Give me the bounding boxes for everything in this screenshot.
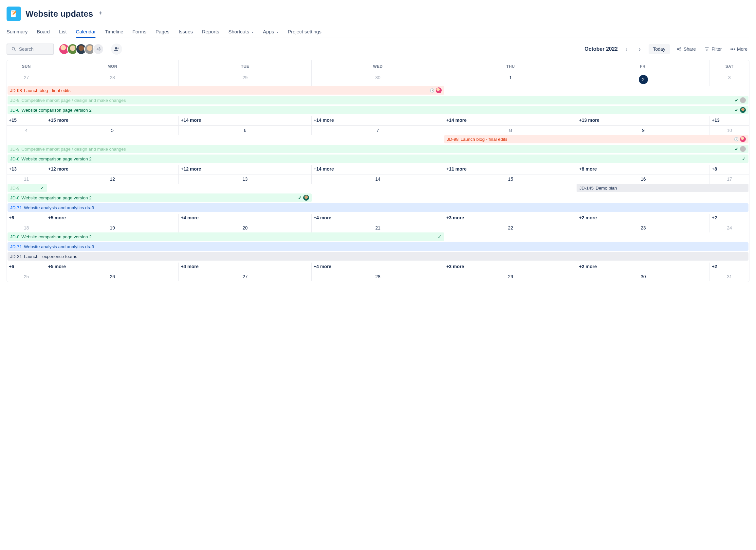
tab-pages[interactable]: Pages — [156, 27, 170, 38]
calendar-event[interactable]: JD-31Launch - experience teams — [8, 252, 748, 261]
tab-forms[interactable]: Forms — [133, 27, 147, 38]
date-cell[interactable]: 14 — [312, 174, 444, 184]
calendar-event[interactable]: JD-8Website comparison page version 2✓ — [8, 155, 748, 163]
more-events-link[interactable]: +14 more — [444, 116, 577, 125]
date-cell[interactable]: 24 — [710, 223, 749, 232]
date-cell[interactable]: 18 — [7, 223, 46, 232]
more-events-link[interactable]: +14 more — [312, 165, 444, 174]
calendar-event[interactable]: JD-9Competitive market page / design and… — [8, 145, 748, 153]
filter-button[interactable]: Filter — [702, 45, 724, 53]
more-events-link[interactable]: +8 more — [577, 165, 710, 174]
calendar-event[interactable]: JD-8Website comparison page version 2✓ — [8, 106, 748, 114]
more-events-link[interactable]: +15 — [7, 116, 46, 125]
date-cell[interactable]: 29 — [444, 272, 577, 281]
date-cell[interactable]: 17 — [710, 174, 749, 184]
date-cell[interactable]: 25 — [7, 272, 46, 281]
more-events-link[interactable]: +2 more — [577, 263, 710, 272]
tab-timeline[interactable]: Timeline — [105, 27, 123, 38]
more-events-link[interactable]: +12 more — [46, 165, 179, 174]
more-events-link[interactable]: +2 — [710, 214, 749, 223]
date-cell[interactable]: 5 — [46, 126, 179, 135]
share-button[interactable]: Share — [674, 45, 698, 53]
more-events-link[interactable]: +6 — [7, 263, 46, 272]
date-cell[interactable]: 7 — [312, 126, 444, 135]
date-cell[interactable]: 8 — [444, 126, 577, 135]
calendar-event[interactable]: JD-9✓ — [8, 184, 47, 192]
more-events-link[interactable]: +2 — [710, 263, 749, 272]
date-cell[interactable]: 3 — [710, 73, 749, 86]
calendar-event[interactable]: JD-8Website comparison page version 2✓ — [8, 232, 444, 241]
next-month-button[interactable]: › — [636, 44, 644, 54]
more-events-link[interactable]: +8 — [710, 165, 749, 174]
date-cell[interactable]: 20 — [179, 223, 311, 232]
date-cell[interactable]: 21 — [312, 223, 444, 232]
date-cell[interactable]: 12 — [46, 174, 179, 184]
assignee-avatar — [740, 107, 746, 113]
date-cell[interactable]: 31 — [710, 272, 749, 281]
tab-summary[interactable]: Summary — [7, 27, 28, 38]
tab-shortcuts[interactable]: Shortcuts⌄ — [229, 27, 254, 38]
date-cell[interactable]: 28 — [312, 272, 444, 281]
date-cell[interactable]: 6 — [179, 126, 311, 135]
more-events-link[interactable]: +15 more — [46, 116, 179, 125]
more-events-link[interactable]: +13 more — [577, 116, 710, 125]
more-events-link[interactable]: +5 more — [46, 214, 179, 223]
more-events-link[interactable]: +13 — [7, 165, 46, 174]
tab-apps[interactable]: Apps⌄ — [263, 27, 279, 38]
more-events-link[interactable]: +3 more — [444, 214, 577, 223]
avatar-overflow[interactable]: +3 — [93, 44, 104, 55]
calendar-event[interactable]: JD-145Demo plan — [577, 184, 748, 192]
calendar-event[interactable]: JD-98Launch blog - final edits🕓 — [444, 135, 748, 143]
date-cell[interactable]: 9 — [577, 126, 710, 135]
date-cell[interactable]: 4 — [7, 126, 46, 135]
date-cell[interactable]: 28 — [46, 73, 179, 86]
more-events-link[interactable]: +12 more — [179, 165, 311, 174]
more-events-link[interactable]: +4 more — [179, 214, 311, 223]
date-cell[interactable]: 13 — [179, 174, 311, 184]
more-events-link[interactable]: +13 — [710, 116, 749, 125]
date-cell[interactable]: 19 — [46, 223, 179, 232]
more-events-link[interactable]: +5 more — [46, 263, 179, 272]
more-events-link[interactable]: +4 more — [312, 214, 444, 223]
date-cell[interactable]: 23 — [577, 223, 710, 232]
more-events-link[interactable]: +2 more — [577, 214, 710, 223]
more-button[interactable]: ••• More — [728, 45, 749, 53]
more-events-link[interactable]: +3 more — [444, 263, 577, 272]
date-cell[interactable]: 2 — [577, 73, 710, 86]
search-input[interactable]: Search — [7, 44, 54, 55]
today-button[interactable]: Today — [649, 44, 670, 54]
date-cell[interactable]: 22 — [444, 223, 577, 232]
date-cell[interactable]: 16 — [577, 174, 710, 184]
more-events-link[interactable]: +11 more — [444, 165, 577, 174]
date-cell[interactable]: 1 — [444, 73, 577, 86]
assignee-filter-avatars[interactable]: +3 — [59, 44, 104, 55]
more-events-link[interactable]: +6 — [7, 214, 46, 223]
date-cell[interactable]: 26 — [46, 272, 179, 281]
customize-icon[interactable] — [98, 10, 103, 17]
tab-board[interactable]: Board — [37, 27, 50, 38]
calendar-event[interactable]: JD-71Website analysis and analytics draf… — [8, 203, 748, 212]
date-cell[interactable]: 11 — [7, 174, 46, 184]
date-cell[interactable]: 27 — [7, 73, 46, 86]
tab-project-settings[interactable]: Project settings — [288, 27, 322, 38]
more-events-link[interactable]: +14 more — [312, 116, 444, 125]
date-cell[interactable]: 27 — [179, 272, 311, 281]
tab-calendar[interactable]: Calendar — [76, 27, 96, 38]
date-cell[interactable]: 30 — [312, 73, 444, 86]
add-people-button[interactable] — [111, 44, 122, 55]
calendar-event[interactable]: JD-9Competitive market page / design and… — [8, 96, 748, 104]
tab-list[interactable]: List — [59, 27, 66, 38]
date-cell[interactable]: 30 — [577, 272, 710, 281]
more-events-link[interactable]: +4 more — [312, 263, 444, 272]
date-cell[interactable]: 29 — [179, 73, 311, 86]
tab-issues[interactable]: Issues — [179, 27, 193, 38]
prev-month-button[interactable]: ‹ — [622, 44, 631, 54]
more-events-link[interactable]: +4 more — [179, 263, 311, 272]
date-cell[interactable]: 15 — [444, 174, 577, 184]
date-cell[interactable]: 10 — [710, 126, 749, 135]
calendar-event[interactable]: JD-71Website analysis and analytics draf… — [8, 242, 748, 251]
calendar-event[interactable]: JD-8Website comparison page version 2✓ — [8, 193, 312, 202]
tab-reports[interactable]: Reports — [202, 27, 219, 38]
more-events-link[interactable]: +14 more — [179, 116, 311, 125]
calendar-event[interactable]: JD-98Launch blog - final edits🕓 — [8, 86, 444, 95]
